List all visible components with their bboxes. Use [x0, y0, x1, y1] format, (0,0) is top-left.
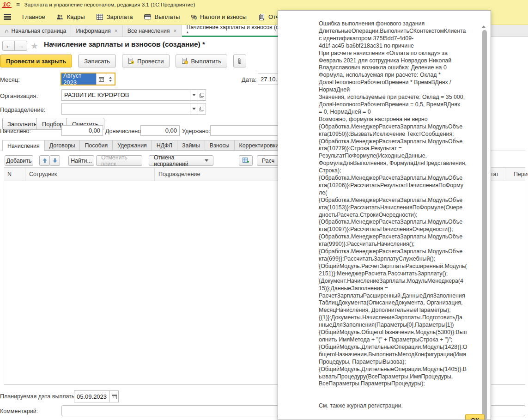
- section-tab-contributions[interactable]: Взносы: [205, 140, 235, 151]
- page-title: Начисление зарплаты и взносов (создание)…: [44, 40, 205, 49]
- department-input[interactable]: [61, 103, 190, 115]
- chevron-down-icon: [205, 159, 208, 162]
- add-column-button[interactable]: [239, 155, 253, 166]
- app-window: 1С ≡ Зарплата и управление персоналом, р…: [0, 0, 528, 420]
- organization-dropdown-button[interactable]: [190, 89, 198, 101]
- 1c-logo: 1С: [2, 2, 12, 8]
- open-icon: [200, 93, 204, 97]
- save-button[interactable]: Записать: [78, 55, 116, 67]
- section-tab-ndfl[interactable]: НДФЛ: [152, 140, 177, 151]
- close-icon[interactable]: ×: [115, 28, 118, 34]
- column-header-period-fragment[interactable]: Перио: [506, 167, 525, 181]
- open-icon: [200, 107, 204, 111]
- hamburger-icon[interactable]: [4, 13, 11, 21]
- menu-item-taxes[interactable]: % Налоги и взносы: [191, 13, 247, 21]
- menu-label: Налоги и взносы: [200, 13, 247, 20]
- grid-icon: [96, 14, 103, 20]
- table-add-icon: [243, 158, 249, 164]
- department-dropdown-button[interactable]: [190, 103, 198, 115]
- column-header-n[interactable]: N: [4, 167, 25, 181]
- post-and-close-button[interactable]: Провести и закрыть: [0, 55, 72, 67]
- department-open-button[interactable]: [198, 103, 206, 115]
- extra-accrued-input[interactable]: 0,00: [140, 125, 180, 136]
- window-title: Зарплата и управление персоналом, редакц…: [24, 2, 195, 7]
- department-label: Подразделение:: [0, 106, 45, 113]
- section-tab-contracts[interactable]: Договоры: [45, 140, 80, 151]
- menu-item-main[interactable]: Главное: [22, 13, 45, 20]
- accrued-input[interactable]: 0,00: [61, 125, 103, 136]
- card-icon: [144, 14, 152, 20]
- people-icon: [56, 14, 64, 20]
- tab-all-accruals[interactable]: Все начисления ×: [123, 25, 182, 37]
- section-tab-deductions[interactable]: Удержания: [113, 140, 152, 151]
- organization-open-button[interactable]: [198, 89, 206, 101]
- planned-date-input[interactable]: 05.09.2023: [74, 390, 110, 402]
- withheld-label: Удержано:: [182, 128, 210, 134]
- error-dialog: Ошибка выполнения фонового задания Длите…: [278, 10, 491, 420]
- ok-button[interactable]: ОК: [465, 414, 485, 420]
- pay-icon: [182, 58, 188, 64]
- arrow-down-icon: [53, 158, 57, 163]
- extra-accrued-label: Доначислено:: [105, 128, 142, 134]
- forward-button[interactable]: →: [15, 41, 27, 51]
- window-menu-icon[interactable]: ≡: [16, 1, 20, 8]
- pay-label: Выплатить: [191, 58, 221, 65]
- month-stepper[interactable]: [106, 73, 115, 85]
- planned-date-calendar-button[interactable]: [109, 390, 119, 402]
- home-icon: ⌂: [5, 27, 8, 35]
- post-label: Провести: [137, 58, 164, 65]
- planned-date-label: Планируемая дата выплаты:: [0, 393, 77, 400]
- error-message-text: Ошибка выполнения фонового задания Длите…: [319, 20, 486, 410]
- section-tab-benefits[interactable]: Пособия: [80, 140, 113, 151]
- cancel-fixes-label: Отмена исправлений: [154, 154, 202, 167]
- percent-icon: %: [191, 13, 196, 21]
- calendar-icon: [112, 394, 117, 399]
- month-field-group: Август 2023: [61, 73, 115, 85]
- add-row-button[interactable]: Добавить: [5, 155, 33, 166]
- menu-item-payments[interactable]: Выплаты: [144, 13, 180, 20]
- move-up-button[interactable]: [39, 155, 50, 166]
- tab-label: Все начисления: [127, 28, 170, 34]
- report-icon: [258, 14, 265, 20]
- menu-item-hr[interactable]: Кадры: [56, 13, 85, 20]
- calendar-icon[interactable]: [96, 73, 106, 85]
- find-button[interactable]: Найти...: [68, 155, 94, 166]
- post-icon: [128, 58, 134, 64]
- post-button[interactable]: Провести: [122, 55, 170, 67]
- close-icon[interactable]: ×: [174, 28, 177, 34]
- favorite-star-icon[interactable]: ★: [30, 41, 38, 51]
- section-tabs: Начисления Договоры Пособия Удержания НД…: [2, 140, 309, 151]
- arrow-up-icon: [42, 158, 47, 163]
- cancel-search-button[interactable]: Отменить поиск: [96, 155, 142, 166]
- scroll-up-icon[interactable]: [482, 25, 486, 28]
- month-label: Месяц:: [0, 76, 20, 83]
- menu-item-salary[interactable]: Зарплата: [96, 13, 133, 20]
- back-button[interactable]: ←: [2, 41, 15, 51]
- accrued-label: Начислено:: [0, 128, 31, 134]
- tab-label: Начальная страница: [11, 28, 66, 34]
- fill-label: Заполнить: [7, 121, 37, 128]
- organization-label: Организация:: [0, 92, 38, 99]
- tab-label: Информация: [76, 28, 110, 34]
- menu-label: Главное: [22, 13, 45, 20]
- paperclip-icon: [237, 58, 243, 64]
- window-titlebar: 1С ≡ Зарплата и управление персоналом, р…: [0, 0, 528, 9]
- menu-label: Кадры: [67, 13, 85, 20]
- date-label: Дата:: [242, 76, 256, 83]
- dialog-scrollbar[interactable]: [482, 30, 487, 420]
- cancel-fixes-button[interactable]: Отмена исправлений: [149, 155, 213, 166]
- comment-label: Комментарий:: [0, 408, 38, 414]
- section-tab-loans[interactable]: Займы: [177, 140, 205, 151]
- move-down-button[interactable]: [49, 155, 60, 166]
- tab-information[interactable]: Информация ×: [71, 25, 122, 37]
- menu-label: Выплаты: [155, 13, 180, 20]
- month-input[interactable]: Август 2023: [61, 73, 96, 85]
- column-header-employee[interactable]: Сотрудник: [25, 167, 155, 181]
- pay-button[interactable]: Выплатить: [176, 55, 227, 67]
- menu-label: Зарплата: [107, 13, 133, 20]
- organization-input[interactable]: РАЗВИТИЕ КУРОРТОВ: [61, 89, 190, 101]
- section-tab-accruals[interactable]: Начисления: [2, 140, 45, 151]
- tab-home[interactable]: ⌂ Начальная страница: [0, 25, 71, 37]
- attachment-button[interactable]: [233, 55, 246, 67]
